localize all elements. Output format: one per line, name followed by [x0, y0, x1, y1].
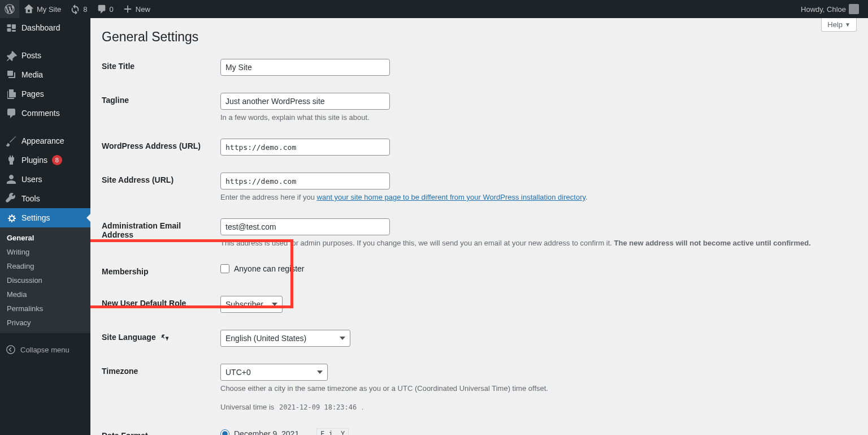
checkbox-anyone-register[interactable]	[220, 264, 229, 273]
content-area: Help ▼ General Settings Site Title Tagli…	[90, 18, 868, 435]
admin-sidebar: Dashboard Posts Media Pages Comments App…	[0, 18, 90, 435]
admin-bar-account[interactable]: Howdy, Chloe	[796, 0, 863, 18]
input-wp-url[interactable]	[220, 139, 390, 156]
collapse-icon	[6, 344, 16, 355]
desc-admin-email: This address is used for admin purposes.…	[220, 239, 851, 247]
input-tagline[interactable]	[220, 93, 390, 110]
submenu-permalinks[interactable]: Permalinks	[0, 302, 90, 316]
chevron-down-icon: ▼	[845, 21, 850, 28]
label-site-title: Site Title	[102, 50, 215, 84]
dashboard-icon	[6, 22, 17, 33]
menu-settings[interactable]: Settings	[0, 208, 90, 227]
desc-site-url: Enter the address here if you want your …	[220, 193, 851, 201]
select-timezone[interactable]: UTC+0	[220, 364, 328, 381]
settings-form: Site Title Tagline In a few words, expla…	[102, 50, 857, 435]
link-site-url-help[interactable]: want your site home page to be different…	[317, 193, 585, 201]
user-icon	[6, 174, 17, 185]
input-site-url[interactable]	[220, 173, 390, 189]
admin-bar-new[interactable]: New	[118, 0, 155, 18]
menu-plugins[interactable]: Plugins 8	[0, 150, 90, 170]
help-tab[interactable]: Help ▼	[821, 18, 857, 32]
comment-icon	[97, 4, 107, 14]
plugin-icon	[6, 154, 17, 166]
wordpress-icon	[5, 4, 15, 14]
menu-media[interactable]: Media	[0, 65, 90, 84]
collapse-menu[interactable]: Collapse menu	[0, 340, 90, 359]
wp-logo[interactable]	[0, 0, 19, 18]
label-site-lang: Site Language	[102, 321, 215, 355]
menu-dashboard[interactable]: Dashboard	[0, 18, 90, 37]
pin-icon	[6, 50, 17, 61]
plugins-update-badge: 8	[52, 155, 62, 165]
comment-icon	[6, 107, 17, 119]
settings-submenu: General Writing Reading Discussion Media…	[0, 227, 90, 333]
date-format-option-0[interactable]: December 9, 2021 F j, Y	[220, 428, 851, 435]
menu-pages[interactable]: Pages	[0, 84, 90, 104]
submenu-general[interactable]: General	[0, 231, 90, 245]
label-timezone: Timezone	[102, 355, 215, 420]
updates-count: 8	[83, 5, 87, 14]
desc-utc-time: Universal time is 2021-12-09 18:23:46 .	[220, 403, 851, 411]
new-label: New	[136, 5, 150, 14]
avatar	[849, 4, 859, 14]
comments-count: 0	[110, 5, 114, 14]
desc-tagline: In a few words, explain what this site i…	[220, 113, 851, 122]
submenu-reading[interactable]: Reading	[0, 259, 90, 273]
submenu-privacy[interactable]: Privacy	[0, 316, 90, 330]
admin-bar-comments[interactable]: 0	[92, 0, 118, 18]
label-default-role: New User Default Role	[102, 287, 215, 321]
brush-icon	[6, 135, 17, 147]
label-membership: Membership	[102, 256, 215, 287]
home-icon	[24, 4, 34, 14]
input-site-title[interactable]	[220, 59, 390, 76]
membership-checkbox-label[interactable]: Anyone can register	[220, 264, 305, 273]
settings-icon	[6, 212, 17, 223]
wrench-icon	[6, 193, 17, 204]
admin-bar-site[interactable]: My Site	[19, 0, 66, 18]
label-admin-email: Administration Email Address	[102, 210, 215, 256]
howdy-text: Howdy, Chloe	[801, 5, 846, 14]
submenu-media[interactable]: Media	[0, 287, 90, 302]
page-title: General Settings	[102, 18, 857, 50]
menu-users[interactable]: Users	[0, 170, 90, 189]
menu-posts[interactable]: Posts	[0, 46, 90, 65]
label-wp-url: WordPress Address (URL)	[102, 130, 215, 164]
admin-bar: My Site 8 0 New Howdy, Chloe	[0, 0, 868, 18]
admin-bar-updates[interactable]: 8	[66, 0, 92, 18]
translate-icon	[160, 333, 170, 342]
menu-tools[interactable]: Tools	[0, 189, 90, 208]
select-default-role[interactable]: Subscriber	[220, 296, 283, 313]
input-admin-email[interactable]	[220, 218, 390, 235]
page-icon	[6, 88, 17, 100]
select-site-lang[interactable]: English (United States)	[220, 330, 350, 347]
site-name: My Site	[37, 5, 61, 14]
menu-comments[interactable]: Comments	[0, 104, 90, 123]
plus-icon	[123, 4, 133, 14]
label-site-url: Site Address (URL)	[102, 164, 215, 210]
media-icon	[6, 69, 17, 80]
submenu-discussion[interactable]: Discussion	[0, 273, 90, 287]
menu-appearance[interactable]: Appearance	[0, 131, 90, 150]
update-icon	[70, 4, 80, 14]
label-tagline: Tagline	[102, 84, 215, 130]
svg-point-0	[7, 346, 15, 354]
submenu-writing[interactable]: Writing	[0, 245, 90, 259]
radio-date-0[interactable]	[220, 429, 229, 435]
label-date-format: Date Format	[102, 420, 215, 435]
desc-timezone: Choose either a city in the same timezon…	[220, 384, 851, 393]
